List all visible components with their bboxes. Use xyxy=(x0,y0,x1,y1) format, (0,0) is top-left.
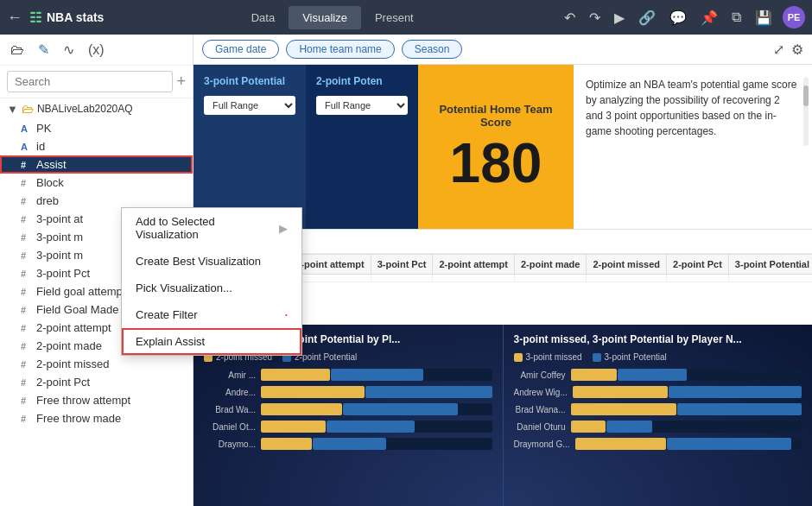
num-icon: # xyxy=(21,178,33,188)
fullscreen-button[interactable]: ⧉ xyxy=(728,8,745,27)
filter-home-team[interactable]: Home team name xyxy=(286,40,394,59)
field-label: Field goal attempt xyxy=(36,285,125,298)
bar-wrap xyxy=(261,386,492,398)
undo-button[interactable]: ↶ xyxy=(561,8,579,28)
field-ft-made[interactable]: # Free throw made xyxy=(0,409,193,427)
field-pk[interactable]: A PK xyxy=(0,119,193,137)
home-score-panel: Potential Home Team Score 180 xyxy=(418,65,574,229)
bar-seg-1 xyxy=(261,386,365,398)
filter-button[interactable]: ⤢ xyxy=(773,41,784,58)
field-label: Free throw made xyxy=(36,412,121,425)
row-label: Draymo... xyxy=(204,440,256,449)
num-icon: # xyxy=(21,214,33,225)
col-2pt-made: 2-point made xyxy=(514,255,586,275)
field-block[interactable]: # Block xyxy=(0,174,193,192)
col-3pt-potential: 3-point Potential xyxy=(728,255,812,275)
sidebar: 🗁 ✎ ∿ (x) + ▼ 🗁 NBALiveLab2020AQ A PK A … xyxy=(0,35,193,506)
top-panels: 3-point Potential Full Range 2-point Pot… xyxy=(193,65,812,229)
share-button[interactable]: 🔗 xyxy=(635,8,659,28)
db-icon: 🗁 xyxy=(22,102,34,116)
filter-icons: ⤢ ⚙ xyxy=(773,41,803,58)
bar-seg-2 xyxy=(365,386,492,398)
variable-toolbar-btn[interactable]: (x) xyxy=(85,41,108,60)
bar-wrap xyxy=(261,403,492,415)
search-input[interactable] xyxy=(7,71,173,92)
chart2-row-4: Draymond G... xyxy=(514,438,802,450)
filter-season[interactable]: Season xyxy=(402,40,463,59)
tab-data[interactable]: Data xyxy=(238,6,289,29)
bar-seg-1 xyxy=(571,403,676,415)
filter-game-date[interactable]: Game date xyxy=(202,40,279,59)
field-2pt-pct[interactable]: # 2-point Pct xyxy=(0,373,193,391)
scroll-bar[interactable] xyxy=(803,77,809,146)
num-icon: # xyxy=(21,160,33,170)
chart1-rows: Amir ... Andre... xyxy=(204,369,492,450)
formula-toolbar-btn[interactable]: ∿ xyxy=(60,40,78,60)
two-point-dropdown[interactable]: Full Range xyxy=(316,96,408,115)
play-button[interactable]: ▶ xyxy=(611,8,628,28)
tab-present[interactable]: Present xyxy=(361,6,428,29)
tree-root[interactable]: ▼ 🗁 NBALiveLab2020AQ xyxy=(0,98,193,119)
field-label: 2-point Pct xyxy=(36,376,90,389)
field-2pt-missed[interactable]: # 2-point missed xyxy=(0,355,193,373)
tab-visualize[interactable]: Visualize xyxy=(289,6,361,29)
add-field-button[interactable]: + xyxy=(176,73,186,91)
num-icon: # xyxy=(21,196,33,206)
bar-seg-1 xyxy=(261,438,312,450)
bar-seg-2 xyxy=(606,421,653,433)
bar-seg-1 xyxy=(261,369,330,381)
three-point-panel: 3-point Potential Full Range xyxy=(193,65,306,229)
three-point-title: 3-point Potential xyxy=(204,75,295,87)
three-point-dropdown[interactable]: Full Range xyxy=(204,96,295,115)
row-label: Draymond G... xyxy=(514,440,570,449)
chart1-row-4: Draymo... xyxy=(204,438,492,450)
context-create-filter[interactable]: Create Filter · xyxy=(122,301,301,328)
field-label: 3-point Pct xyxy=(36,267,90,280)
context-best-viz[interactable]: Create Best Visualization xyxy=(122,248,301,275)
bar-seg-1 xyxy=(261,421,326,433)
str-icon: A xyxy=(21,123,33,134)
context-item-label: Pick Visualization... xyxy=(136,281,232,294)
field-label: 3-point at xyxy=(36,212,83,225)
context-item-label: Create Best Visualization xyxy=(136,255,261,268)
field-label: Free throw attempt xyxy=(36,394,130,407)
legend-label-1: 3-point missed xyxy=(526,352,582,362)
context-pick-viz[interactable]: Pick Visualization... xyxy=(122,275,301,301)
nav-tabs: Data Visualize Present xyxy=(238,6,428,29)
context-item-label: Explain Assist xyxy=(136,335,205,348)
arrow-right-icon: ▶ xyxy=(279,222,288,235)
pin-button[interactable]: 📌 xyxy=(697,8,721,28)
save-button[interactable]: 💾 xyxy=(752,8,776,28)
field-label: Block xyxy=(36,176,64,189)
bar-seg-2 xyxy=(618,369,687,381)
back-button[interactable]: ← xyxy=(7,9,22,27)
legend-3pt-potential: 3-point Potential xyxy=(593,352,667,362)
field-ft-attempt[interactable]: # Free throw attempt xyxy=(0,391,193,409)
bar-wrap xyxy=(571,421,802,433)
context-add-viz[interactable]: Add to Selected Visualization ▶ xyxy=(122,208,301,248)
num-icon: # xyxy=(21,359,33,370)
chart2-row-2: Brad Wana... xyxy=(514,403,802,415)
two-point-panel: 2-point Poten Full Range xyxy=(306,65,418,229)
num-icon: # xyxy=(21,287,33,297)
legend-dot-2 xyxy=(593,353,601,362)
chart-toolbar-btn[interactable]: ✎ xyxy=(35,40,53,60)
num-icon: # xyxy=(21,341,33,351)
bar-seg-2 xyxy=(667,438,791,450)
bar-seg-2 xyxy=(677,403,802,415)
redo-button[interactable]: ↷ xyxy=(586,8,604,28)
database-toolbar-btn[interactable]: 🗁 xyxy=(7,41,28,60)
settings-icon-button[interactable]: ⚙ xyxy=(791,41,803,58)
avatar: PE xyxy=(783,6,805,28)
num-icon: # xyxy=(21,232,33,243)
topbar-actions: ↶ ↷ ▶ 🔗 💬 📌 ⧉ 💾 PE xyxy=(561,6,805,28)
comment-button[interactable]: 💬 xyxy=(666,8,690,28)
col-2pt-missed: 2-point missed xyxy=(587,255,667,275)
field-id[interactable]: A id xyxy=(0,137,193,155)
field-assist[interactable]: # Assist xyxy=(0,155,193,174)
field-label: 2-point attempt xyxy=(36,321,111,334)
bar-seg-1 xyxy=(575,438,666,450)
num-icon: # xyxy=(21,414,33,424)
context-explain[interactable]: Explain Assist xyxy=(122,328,301,355)
chart2-rows: Amir Coffey Andrew Wig... xyxy=(514,369,802,450)
